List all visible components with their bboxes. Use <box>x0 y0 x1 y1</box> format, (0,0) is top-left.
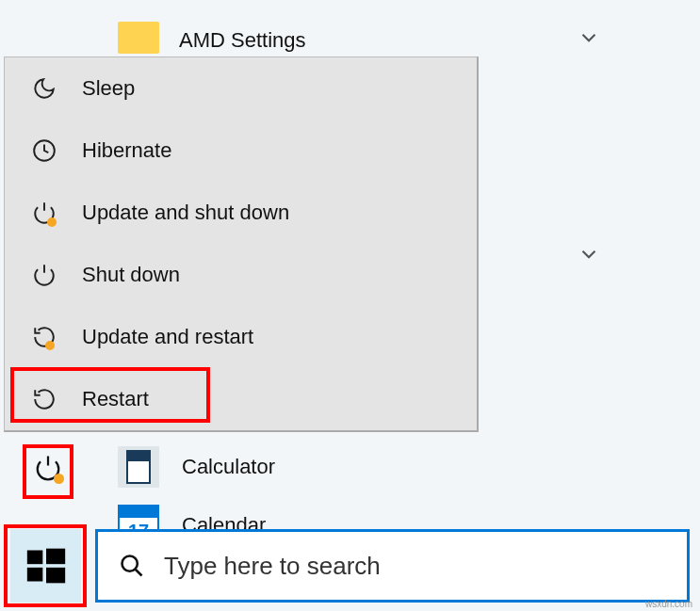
chevron-down-icon[interactable] <box>577 242 601 266</box>
start-item-calculator[interactable]: Calculator <box>118 446 275 488</box>
menu-item-label: Update and shut down <box>82 201 289 225</box>
power-icon <box>31 262 57 288</box>
svg-point-5 <box>122 556 138 571</box>
menu-item-sleep[interactable]: Sleep <box>5 57 477 120</box>
menu-item-shutdown[interactable]: Shut down <box>5 244 477 306</box>
taskbar-search[interactable]: Type here to search <box>95 529 690 603</box>
power-options-menu: Sleep Hibernate Update and shut down Shu… <box>4 56 479 432</box>
clock-icon <box>31 137 57 164</box>
svg-rect-4 <box>46 568 65 584</box>
menu-item-hibernate[interactable]: Hibernate <box>5 120 477 182</box>
menu-item-label: Hibernate <box>82 138 171 163</box>
menu-item-label: Restart <box>82 387 149 411</box>
menu-item-label: Update and restart <box>82 325 253 349</box>
svg-rect-2 <box>46 549 65 565</box>
folder-icon <box>118 22 159 54</box>
calculator-icon <box>118 446 159 488</box>
menu-item-update-shutdown[interactable]: Update and shut down <box>5 182 477 244</box>
svg-rect-3 <box>26 568 42 582</box>
menu-item-update-restart[interactable]: Update and restart <box>5 306 477 368</box>
svg-line-6 <box>136 570 142 576</box>
folder-label: AMD Settings <box>179 28 306 53</box>
menu-item-label: Shut down <box>82 263 180 287</box>
search-icon <box>119 553 145 579</box>
menu-item-restart[interactable]: Restart <box>5 368 477 430</box>
restart-icon <box>31 386 57 412</box>
search-placeholder: Type here to search <box>164 552 381 581</box>
restart-update-icon <box>31 324 57 350</box>
menu-item-label: Sleep <box>82 76 135 101</box>
attribution-text: wsxdn.com <box>645 599 692 609</box>
start-button[interactable] <box>10 529 81 603</box>
app-label: Calculator <box>182 455 275 479</box>
svg-rect-1 <box>26 551 42 565</box>
power-update-icon <box>31 200 57 226</box>
moon-icon <box>31 75 57 102</box>
chevron-down-icon[interactable] <box>577 25 601 50</box>
power-button[interactable] <box>34 454 62 482</box>
windows-logo-icon <box>25 545 67 587</box>
